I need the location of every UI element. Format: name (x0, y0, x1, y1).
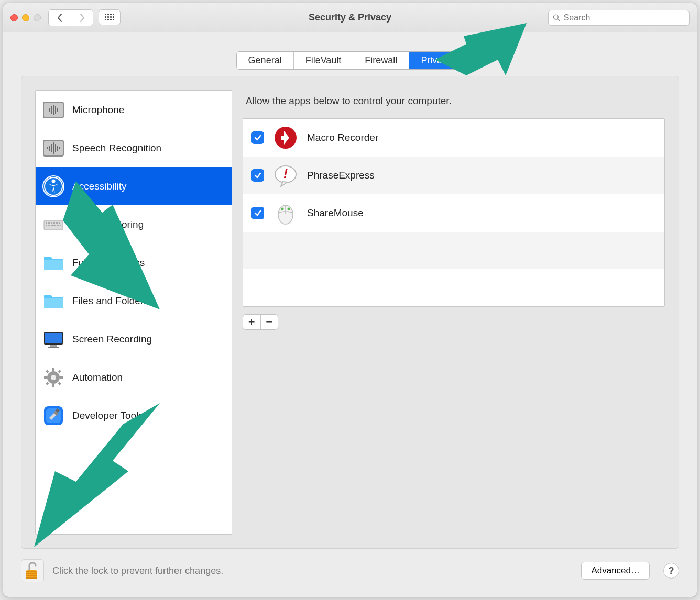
svg-rect-42 (44, 376, 47, 379)
window-controls (10, 14, 41, 21)
svg-point-22 (52, 179, 56, 183)
sidebar-item-label: Accessibility (72, 181, 126, 192)
sidebar-item-accessibility[interactable]: Accessibility (36, 167, 232, 205)
svg-rect-36 (45, 333, 62, 343)
svg-rect-44 (46, 370, 49, 373)
privacy-category-list[interactable]: Microphone Speech Recognition Accessibil… (35, 90, 232, 535)
app-checkbox[interactable] (251, 131, 264, 144)
svg-rect-62 (26, 575, 37, 576)
lock-button[interactable] (21, 559, 44, 582)
sidebar-item-full-disk-access[interactable]: Full Disk Access (36, 243, 232, 282)
svg-rect-61 (26, 573, 37, 574)
zoom-window-button[interactable] (34, 14, 41, 21)
svg-rect-25 (48, 222, 50, 224)
close-window-button[interactable] (10, 14, 18, 21)
sidebar-item-speech-recognition[interactable]: Speech Recognition (36, 129, 232, 167)
sidebar-item-label: Speech Recognition (72, 142, 161, 154)
sidebar-item-label: Files and Folders (72, 295, 149, 307)
remove-button[interactable]: − (260, 315, 278, 329)
forward-button[interactable] (71, 10, 93, 26)
app-row[interactable]: Macro Recorder (243, 119, 664, 157)
app-list[interactable]: Macro Recorder ! PhraseExpress (243, 118, 665, 307)
footer: Click the lock to prevent further change… (3, 559, 697, 597)
svg-rect-46 (46, 382, 49, 385)
phraseexpress-icon: ! (274, 163, 298, 187)
tab-general[interactable]: General (237, 52, 293, 69)
grid-icon (105, 14, 114, 20)
tab-group: General FileVault Firewall Privacy (236, 51, 464, 70)
add-remove-group: + − (243, 314, 278, 330)
sidebar-item-screen-recording[interactable]: Screen Recording (36, 320, 232, 358)
back-button[interactable] (49, 10, 71, 26)
help-button[interactable]: ? (663, 563, 679, 579)
speech-icon (42, 137, 65, 160)
svg-rect-28 (56, 222, 58, 224)
app-row[interactable]: ! PhraseExpress (243, 157, 664, 194)
svg-rect-63 (26, 577, 37, 579)
svg-rect-37 (50, 345, 57, 347)
app-checkbox[interactable] (251, 207, 264, 219)
sidebar-item-label: Input Monitoring (72, 219, 144, 230)
microphone-icon (42, 98, 65, 121)
chevron-left-icon (57, 14, 63, 22)
svg-rect-40 (52, 368, 54, 371)
chevron-right-icon (79, 14, 85, 22)
app-name: Macro Recorder (307, 132, 378, 143)
sidebar-item-input-monitoring[interactable]: Input Monitoring (36, 205, 232, 243)
svg-rect-33 (57, 225, 59, 226)
sidebar-item-developer-tools[interactable]: Developer Tools (36, 396, 232, 435)
main-panel: Microphone Speech Recognition Accessibil… (21, 76, 679, 549)
app-name: ShareMouse (307, 207, 364, 219)
check-icon (254, 172, 261, 179)
svg-rect-41 (52, 384, 54, 387)
svg-rect-45 (58, 370, 61, 373)
lock-hint-text: Click the lock to prevent further change… (52, 565, 573, 576)
tab-firewall[interactable]: Firewall (353, 52, 409, 69)
svg-rect-31 (48, 225, 50, 226)
titlebar: Security & Privacy (3, 3, 697, 32)
tabs-row: General FileVault Firewall Privacy (3, 32, 697, 76)
show-all-button[interactable] (99, 9, 121, 25)
unlocked-lock-icon (24, 561, 41, 581)
app-checkbox[interactable] (251, 169, 264, 182)
display-icon (42, 328, 65, 351)
tab-privacy[interactable]: Privacy (409, 52, 463, 69)
svg-rect-60 (26, 571, 37, 572)
search-field[interactable] (548, 10, 690, 26)
folder-icon (42, 251, 65, 274)
svg-rect-32 (51, 225, 56, 226)
advanced-button[interactable]: Advanced… (581, 562, 650, 580)
hammer-icon (42, 404, 65, 427)
back-forward-group (48, 9, 93, 26)
search-input[interactable] (564, 13, 685, 23)
nav-group (48, 9, 121, 26)
sidebar-item-automation[interactable]: Automation (36, 358, 232, 396)
svg-rect-29 (59, 222, 60, 224)
sidebar-item-files-and-folders[interactable]: Files and Folders (36, 282, 232, 320)
tab-filevault[interactable]: FileVault (293, 52, 353, 69)
svg-rect-26 (51, 222, 52, 224)
svg-rect-47 (58, 382, 61, 385)
gear-icon (42, 366, 65, 389)
sidebar-item-microphone[interactable]: Microphone (36, 91, 232, 129)
svg-point-0 (553, 15, 558, 19)
svg-rect-30 (46, 225, 47, 226)
svg-line-1 (558, 19, 560, 21)
sidebar-item-label: Microphone (72, 104, 124, 116)
svg-rect-27 (53, 222, 55, 224)
svg-point-48 (51, 375, 56, 380)
app-name: PhraseExpress (307, 170, 375, 181)
detail-pane: Allow the apps below to control your com… (243, 90, 665, 535)
app-row[interactable]: ShareMouse (243, 194, 664, 232)
sidebar-item-label: Full Disk Access (72, 257, 145, 269)
minimize-window-button[interactable] (22, 14, 29, 21)
add-button[interactable]: + (243, 315, 260, 329)
keyboard-icon (42, 213, 65, 236)
search-icon (553, 14, 561, 22)
app-row-empty (243, 232, 664, 269)
macro-recorder-icon (274, 126, 298, 150)
detail-description: Allow the apps below to control your com… (243, 90, 665, 118)
preferences-window: Security & Privacy General FileVault Fir… (3, 3, 697, 597)
svg-rect-24 (46, 222, 47, 224)
svg-rect-38 (48, 347, 59, 348)
